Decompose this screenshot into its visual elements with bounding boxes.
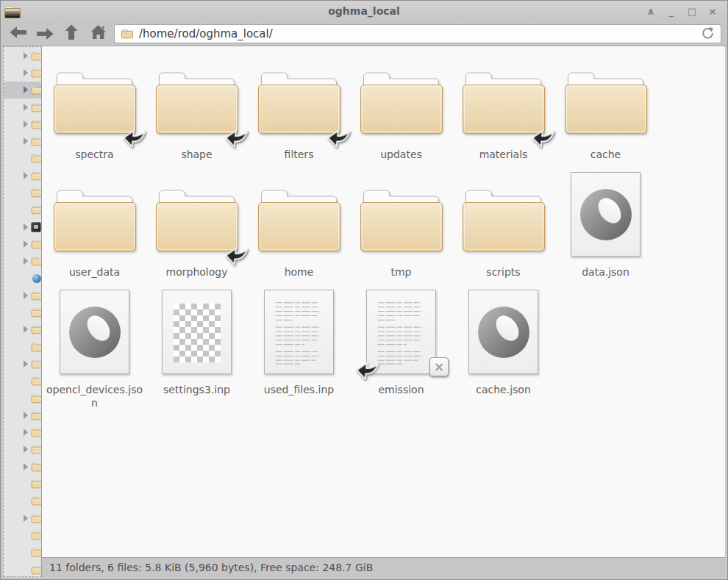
tree-row[interactable] (4, 390, 41, 407)
file-label: emission (378, 383, 424, 396)
tree-row[interactable] (4, 338, 41, 355)
file-label: materials (479, 148, 528, 161)
expander-triangle-icon[interactable] (24, 121, 28, 128)
maximize-button[interactable]: □ (685, 4, 699, 18)
file-item-filters[interactable]: filters (248, 55, 350, 173)
tree-row[interactable] (4, 424, 41, 441)
file-item-cache-json[interactable]: cache.json (452, 290, 554, 408)
file-item-cache[interactable]: cache (554, 55, 657, 173)
tree-row[interactable] (4, 218, 41, 235)
tree-row[interactable] (4, 458, 41, 475)
file-label: settings3.inp (163, 383, 230, 396)
tree-row[interactable] (4, 355, 41, 372)
statusbar: 11 folders, 6 files: 5.8 KiB (5,960 byte… (42, 557, 725, 577)
tree-image-file-icon (31, 221, 42, 233)
file-item-materials[interactable]: materials (452, 55, 554, 173)
file-label: tmp (390, 265, 411, 279)
back-button[interactable] (8, 25, 29, 43)
expander-triangle-icon[interactable] (24, 240, 28, 248)
tree-folder-icon (31, 358, 42, 370)
tree-sphere-icon (31, 273, 42, 284)
expander-triangle-icon[interactable] (24, 292, 28, 299)
file-item-updates[interactable]: updates (350, 55, 452, 173)
expander-triangle-icon[interactable] (24, 223, 28, 231)
titlebar[interactable]: oghma_local ∧_□× (1, 1, 727, 21)
tree-row[interactable] (4, 407, 41, 423)
file-item-data-json[interactable]: data.json (554, 173, 657, 290)
file-item-used-files-inp[interactable]: used_files.inp (248, 290, 350, 408)
file-item-scripts[interactable]: scripts (452, 173, 554, 290)
expander-triangle-icon[interactable] (24, 412, 28, 419)
expander-triangle-icon[interactable] (24, 429, 28, 436)
tree-row[interactable] (4, 201, 41, 218)
tree-row[interactable] (4, 253, 41, 270)
tree-row[interactable] (4, 475, 41, 492)
tree-row[interactable] (4, 509, 41, 526)
folder-icon (460, 185, 547, 257)
tree-row[interactable] (4, 493, 41, 509)
tree-row[interactable] (4, 321, 41, 338)
forward-button[interactable] (35, 25, 55, 43)
close-button[interactable]: × (705, 4, 720, 18)
expander-triangle-icon[interactable] (24, 104, 28, 111)
tree-row[interactable] (4, 184, 41, 201)
tree-row[interactable] (4, 132, 41, 149)
broken-link-badge: × (429, 357, 449, 376)
tree-row[interactable] (4, 526, 41, 543)
expander-triangle-icon[interactable] (24, 326, 28, 333)
tree-row[interactable] (4, 544, 41, 561)
tree-row[interactable] (4, 47, 41, 64)
json-file-icon (571, 172, 640, 257)
expander-triangle-icon[interactable] (24, 360, 28, 368)
tree-row[interactable] (4, 115, 41, 132)
expander-triangle-icon[interactable] (24, 172, 28, 179)
tree-folder-icon (31, 118, 42, 130)
window-title: oghma_local (1, 5, 727, 17)
tree-row[interactable] (4, 167, 41, 184)
file-item-spectra[interactable]: spectra (43, 55, 146, 173)
file-item-shape[interactable]: shape (146, 55, 248, 173)
shade-button[interactable]: ∧ (643, 4, 658, 18)
file-item-opencl-devices-json[interactable]: opencl_devices.json (43, 290, 146, 408)
tree-row[interactable] (4, 99, 41, 115)
expander-triangle-icon[interactable] (24, 515, 28, 522)
tree-row[interactable] (4, 150, 41, 167)
expander-triangle-icon[interactable] (24, 86, 28, 93)
expander-triangle-icon[interactable] (24, 69, 28, 76)
tree-folder-icon (31, 341, 42, 353)
expander-triangle-icon[interactable] (24, 137, 28, 145)
file-item-settings3-inp[interactable]: settings3.inp (146, 290, 248, 408)
tree-folder-icon (31, 84, 42, 96)
folder-tree-sidebar[interactable] (3, 46, 42, 577)
pathbar[interactable]: /home/rod/oghma_local/ (114, 24, 721, 43)
refresh-icon[interactable] (701, 26, 715, 40)
file-item-user-data[interactable]: user_data (43, 173, 146, 290)
tree-row[interactable] (4, 373, 41, 390)
expander-triangle-icon[interactable] (24, 52, 28, 60)
file-item-tmp[interactable]: tmp (350, 173, 452, 290)
tree-folder-icon (31, 101, 42, 113)
expander-triangle-icon[interactable] (24, 463, 28, 470)
tree-row[interactable] (4, 64, 41, 81)
file-item-home[interactable]: home (248, 173, 350, 290)
tree-folder-icon (31, 495, 42, 506)
file-item-emission[interactable]: ×emission (350, 290, 452, 408)
tree-row-selected[interactable] (4, 82, 41, 99)
tree-row[interactable] (4, 561, 41, 577)
tree-row[interactable] (4, 304, 41, 321)
json-file-icon (468, 290, 538, 374)
expander-triangle-icon[interactable] (24, 445, 28, 453)
expander-triangle-icon[interactable] (24, 257, 28, 265)
tree-row[interactable] (4, 441, 41, 458)
file-item-morphology[interactable]: morphology (146, 173, 248, 290)
tree-row[interactable] (4, 287, 41, 304)
path-text[interactable]: /home/rod/oghma_local/ (139, 27, 696, 40)
minimize-button[interactable]: _ (664, 4, 679, 18)
tree-row[interactable] (4, 270, 41, 287)
tree-row[interactable] (4, 235, 41, 252)
icon-grid: spectrashapefiltersupdatesmaterialscache… (42, 46, 660, 408)
up-button[interactable] (61, 25, 82, 43)
up-arrow-icon (64, 24, 79, 43)
file-view[interactable]: spectrashapefiltersupdatesmaterialscache… (42, 46, 725, 557)
home-button[interactable] (88, 25, 108, 43)
